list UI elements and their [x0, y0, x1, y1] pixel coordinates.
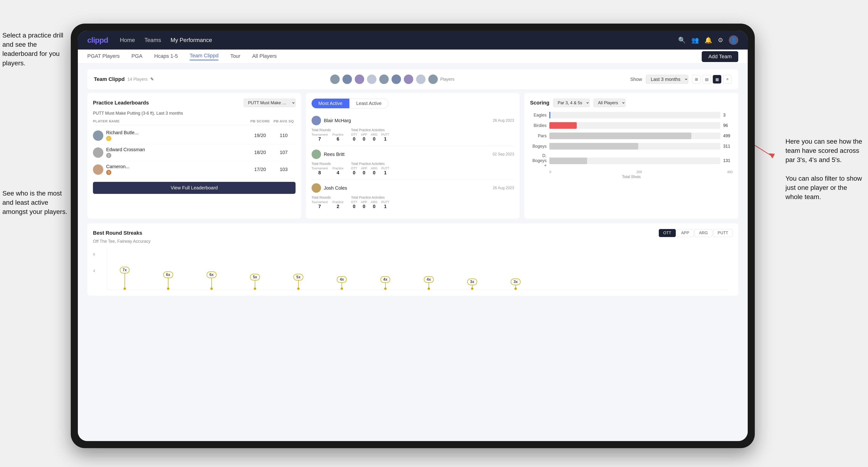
users-icon[interactable]: 👥 [691, 36, 699, 44]
subnav-team-clippd[interactable]: Team Clippd [190, 53, 218, 60]
streak-line-6 [342, 283, 342, 287]
activities-label-1: Total Practice Activities [351, 128, 389, 132]
arg-val-2: 0 [371, 170, 377, 176]
round-practice-1: Practice 6 [332, 133, 343, 142]
table-row: Cameron... 3 17/20 103 [93, 161, 296, 178]
player-avatar [379, 74, 389, 85]
putt-val-3: 1 [381, 204, 389, 209]
round-tournament-3: Tournament 7 [312, 200, 328, 209]
subnav-tour[interactable]: Tour [230, 53, 240, 60]
streak-pin-5 [297, 287, 300, 290]
pc-avatar-3 [312, 183, 321, 193]
streaks-subtitle: Off The Tee, Fairway Accuracy [93, 239, 733, 244]
subnav-pga[interactable]: PGA [131, 53, 142, 60]
app-val-3: 0 [361, 204, 367, 209]
act-app-3: APP 0 [361, 200, 367, 209]
tournament-val-1: 7 [312, 136, 328, 142]
streak-line-4 [255, 280, 255, 287]
bar-track-bogeys [549, 143, 720, 150]
view-card-icon[interactable]: ▦ [713, 75, 721, 84]
pc-name-2: Rees Britt [324, 152, 490, 157]
subnav-hcaps[interactable]: Hcaps 1-5 [154, 53, 178, 60]
view-table-icon[interactable]: ▤ [703, 75, 711, 84]
player-avatar [403, 74, 414, 85]
nav-home[interactable]: Home [120, 37, 135, 43]
streak-dot-6: 4x [337, 276, 347, 290]
act-app-2: APP 0 [361, 166, 367, 176]
streak-dot-2: 6x [163, 272, 173, 290]
list-item: Rees Britt 02 Sep 2023 Total Rounds Tour… [312, 146, 514, 180]
par-filter-select[interactable]: Par 3, 4 & 5s [553, 99, 590, 107]
player-avatar [367, 74, 377, 85]
rounds-label-2: Total Rounds [312, 162, 344, 165]
streak-dot-8: 4x [424, 276, 434, 290]
rounds-cols-2: Tournament 8 Practice 4 [312, 166, 344, 176]
pc-activities-1: Total Practice Activities OTT 0 APP 0 [351, 128, 389, 142]
pc-stats-1: Total Rounds Tournament 7 Practice 6 [312, 128, 514, 142]
search-icon[interactable]: 🔍 [678, 36, 686, 44]
streaks-filter-ott[interactable]: OTT [659, 229, 676, 237]
lb-player-info-1: Richard Butle... 1 [106, 130, 138, 141]
leaderboard-title: Practice Leaderboards [93, 100, 149, 106]
team-count: 14 Players [127, 77, 148, 82]
edit-icon[interactable]: ✎ [150, 76, 154, 82]
lb-header: PLAYER NAME PB SCORE PB AVG SQ [93, 119, 296, 125]
y-label-mid: 4 [93, 269, 95, 273]
tournament-label-1: Tournament [312, 133, 328, 136]
period-select[interactable]: Last 3 months [646, 75, 688, 84]
player-avatar [415, 74, 426, 85]
view-grid-icon[interactable]: ⊞ [692, 75, 701, 84]
streaks-filter-putt[interactable]: PUTT [713, 229, 733, 237]
putt-val-2: 1 [381, 170, 389, 176]
players-filter-select[interactable]: All Players [593, 99, 625, 107]
act-ott-2: OTT 0 [351, 166, 357, 176]
streaks-filter-arg[interactable]: ARG [695, 229, 712, 237]
act-arg-1: ARG 0 [371, 133, 377, 142]
annotation-bottom-left: See who is the most and least active amo… [2, 189, 68, 217]
view-list-icon[interactable]: ≡ [723, 75, 732, 84]
activity-tabs: Most Active Least Active [312, 99, 389, 108]
bar-fill-birdies [549, 122, 577, 129]
lb-name-2: Edward Crossman [106, 147, 145, 152]
bar-chart: Eagles 3 Birdies 96 [530, 112, 733, 168]
nav-my-performance[interactable]: My Performance [170, 37, 212, 43]
streak-dot-7: 4x [380, 276, 390, 290]
streak-dot-3: 6x [207, 272, 217, 290]
tab-most-active[interactable]: Most Active [312, 99, 349, 108]
round-practice-2: Practice 4 [332, 166, 343, 176]
subnav-all-players[interactable]: All Players [252, 53, 277, 60]
player-avatar [391, 74, 401, 85]
nav-teams[interactable]: Teams [144, 37, 161, 43]
settings-icon[interactable]: ⚙ [718, 36, 723, 44]
leaderboard-header: Practice Leaderboards PUTT Must Make Put… [93, 99, 296, 107]
act-arg-2: ARG 0 [371, 166, 377, 176]
streak-pin-4 [254, 287, 256, 290]
act-app-1: APP 0 [361, 133, 367, 142]
lb-avg-1: 110 [272, 133, 296, 138]
streak-line-10 [516, 285, 516, 287]
add-team-button[interactable]: Add Team [702, 51, 738, 62]
scoring-header: Scoring Par 3, 4 & 5s All Players [530, 99, 733, 107]
bar-label-bogeys: Bogeys [530, 144, 547, 149]
lb-badge-bronze: 3 [106, 170, 111, 175]
nav-items: Home Teams My Performance [120, 37, 666, 43]
lb-name-3: Cameron... [106, 164, 129, 169]
drill-select[interactable]: PUTT Must Make Putting... [244, 99, 296, 107]
view-leaderboard-button[interactable]: View Full Leaderboard [93, 182, 296, 194]
three-col-grid: Practice Leaderboards PUTT Must Make Put… [87, 93, 738, 219]
streaks-filter-app[interactable]: APP [677, 229, 694, 237]
tab-least-active[interactable]: Least Active [349, 99, 389, 108]
svg-marker-5 [769, 153, 775, 158]
activities-label-3: Total Practice Activities [351, 195, 389, 199]
streak-pin-7 [384, 287, 386, 290]
lb-badge-silver: 2 [106, 153, 111, 158]
bar-track-eagles [549, 112, 720, 118]
streak-pin-2 [167, 287, 169, 290]
round-practice-3: Practice 2 [332, 200, 343, 209]
bell-icon[interactable]: 🔔 [705, 36, 712, 44]
avatar[interactable]: 👤 [729, 35, 738, 45]
bar-value-bogeys: 311 [723, 144, 733, 149]
subnav-pgat[interactable]: PGAT Players [87, 53, 120, 60]
lb-avatar-1 [93, 130, 103, 141]
activity-header: Most Active Least Active [312, 99, 514, 108]
